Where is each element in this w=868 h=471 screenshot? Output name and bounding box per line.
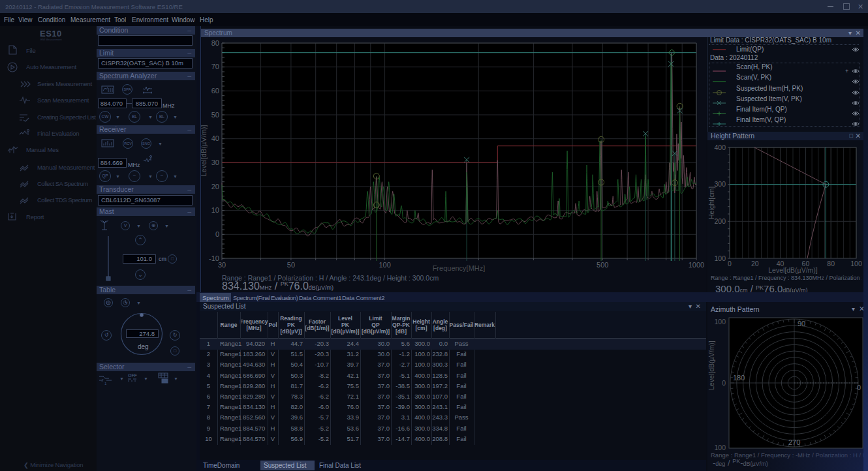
svg-text:Level[dB(µV/m)]: Level[dB(µV/m)] bbox=[707, 341, 715, 390]
svg-text:0: 0 bbox=[857, 384, 861, 391]
svg-text:90: 90 bbox=[798, 320, 805, 327]
svg-text:20: 20 bbox=[211, 183, 219, 190]
svg-text:70: 70 bbox=[211, 63, 219, 70]
svg-text:10: 10 bbox=[211, 206, 219, 214]
svg-text:60: 60 bbox=[211, 87, 219, 95]
svg-text:100: 100 bbox=[714, 254, 726, 262]
svg-text:1000: 1000 bbox=[689, 261, 704, 269]
svg-text:300: 300 bbox=[714, 180, 726, 188]
svg-text:Height[cm]: Height[cm] bbox=[707, 187, 715, 219]
svg-text:+: + bbox=[845, 68, 848, 74]
svg-text:30: 30 bbox=[218, 261, 226, 269]
svg-text:0: 0 bbox=[215, 230, 219, 238]
svg-text:100: 100 bbox=[714, 318, 726, 326]
svg-text:100: 100 bbox=[379, 261, 390, 269]
svg-text:400: 400 bbox=[714, 144, 726, 151]
svg-text:50: 50 bbox=[211, 111, 219, 119]
svg-text:0: 0 bbox=[722, 379, 726, 387]
svg-text:500: 500 bbox=[597, 261, 608, 269]
svg-text:30: 30 bbox=[211, 159, 219, 166]
svg-text:270: 270 bbox=[788, 438, 800, 446]
svg-text:180: 180 bbox=[733, 374, 745, 382]
svg-text:80: 80 bbox=[827, 260, 835, 267]
svg-text:50: 50 bbox=[287, 261, 295, 269]
svg-text:Frequency[MHz]: Frequency[MHz] bbox=[433, 264, 486, 272]
svg-text:Level[dB(µV/m)]: Level[dB(µV/m)] bbox=[200, 125, 208, 176]
svg-text:200: 200 bbox=[714, 217, 726, 225]
svg-text:40: 40 bbox=[211, 134, 219, 142]
svg-text:100: 100 bbox=[850, 260, 862, 267]
svg-text:0: 0 bbox=[728, 260, 732, 267]
svg-text:Level[dB(µV/m)]: Level[dB(µV/m)] bbox=[768, 266, 818, 274]
svg-text:80: 80 bbox=[211, 39, 219, 47]
svg-text:20: 20 bbox=[751, 260, 759, 267]
svg-text:834.130MHz / PK76.0dB(µV/m): 834.130MHz / PK76.0dB(µV/m) bbox=[222, 281, 333, 292]
svg-text:100: 100 bbox=[714, 444, 726, 451]
svg-text:1: 1 bbox=[104, 382, 107, 386]
